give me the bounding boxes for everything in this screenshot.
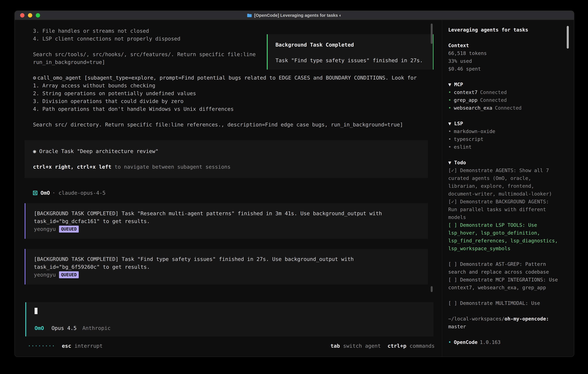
agent-header: OmO · claude-opus-4-5 [25,189,428,197]
todo-item: [ ] Demonstrate MULTIMODAL: Use [448,299,558,307]
tool-call-item: 1. Array access without bounds checking [25,82,428,90]
lsp-item: •typescript [448,135,558,143]
esc-key-label: interrupt [74,343,103,349]
workspace-path: ~/local-workspaces/oh-my-opencode: [448,315,558,323]
main-scrollbar-thumb[interactable] [431,24,433,44]
titlebar: [OpenCode] Leveraging agents for tasks ◐ [15,11,574,20]
prompt-input[interactable]: OmO Opus 4.5 Anthropic [25,302,433,336]
todo-item: [ ] Demonstrate LSP TOOLS: Use lsp_hover… [448,221,558,252]
mcp-name: grep_app [454,97,477,103]
main-scrollbar-thumb[interactable] [431,286,433,292]
status-dot-icon: • [448,339,451,345]
lsp-name: eslint [454,144,472,150]
context-used: 33% used [448,57,558,65]
todo-section-heading[interactable]: ▼ Todo [448,159,558,166]
lsp-item: •markdown-oxide [448,127,558,135]
mcp-status: Connected [480,97,507,103]
traffic-lights [20,11,40,20]
hint-text: to navigate between subagent sessions [111,164,231,170]
message-author: yeongyu [34,225,56,233]
message-author: yeongyu [34,271,56,279]
window-title: [OpenCode] Leveraging agents for tasks ◐ [254,13,342,18]
gear-icon: ⚙ [33,75,36,81]
sidebar: Leveraging agents for tasks Context 66,5… [442,20,574,357]
mcp-status: Connected [495,105,522,111]
hint-keys: ctrl+x right, ctrl+x left [33,164,111,170]
tool-call-item: 2. String operations on potentially unde… [25,90,428,97]
todo-item: [✓] Demonstrate BACKGROUND AGENTS: Run p… [448,198,558,221]
active-agent-label: OmO [35,324,44,332]
message-text: task_id="bg_dcfac161" to get results. [34,217,420,225]
provider-label: Anthropic [82,324,111,332]
main-column: 3. File handles or streams not closed 4.… [15,20,442,357]
text-cursor [35,308,37,314]
status-dot-icon: • [448,128,451,134]
scrollback-line: 3. File handles or streams not closed [25,27,428,35]
sidebar-scrollbar-thumb[interactable] [567,26,569,49]
minimize-button[interactable] [28,13,32,18]
background-task-toast[interactable]: Background Task Completed Task "Find typ… [267,34,433,70]
spinner-dots-icon: ········ [28,343,55,349]
mcp-item: •grep_appConnected [448,96,558,104]
message-meta: yeongyu QUEUED [34,271,420,279]
agent-model: · claude-opus-4-5 [52,189,105,197]
todo-item: [✓] Demonstrate AGENTS: Show all 7 curat… [448,166,558,198]
app-version: 1.0.163 [480,339,501,345]
zoom-button[interactable] [36,13,40,18]
mcp-section-heading[interactable]: ▼ MCP [448,81,558,88]
tool-call-footer: Search src/ directory. Return specific f… [25,121,428,129]
lsp-item: •eslint [448,143,558,151]
oracle-task-panel: ◉ Oracle Task "Deep architecture review"… [25,140,428,178]
version-row: •OpenCode1.0.163 [448,338,558,346]
oracle-task-title: ◉ Oracle Task "Deep architecture review" [33,147,420,155]
todo-item: [ ] Demonstrate MCP INTEGRATIONS: Use co… [448,276,558,291]
tool-call-header: ⚙call_omo_agent [subagent_type=explore, … [25,74,428,82]
toast-body: Task "Find type safety issues" finished … [275,57,425,64]
status-dot-icon: • [448,144,451,150]
mcp-status: Connected [480,89,507,95]
mcp-item: •websearch_exaConnected [448,104,558,112]
tool-call-item: 3. Division operations that could divide… [25,97,428,105]
agent-name: OmO [41,189,50,197]
tool-call-item: 4. Path operations that don't handle Win… [25,105,428,113]
workspace-dir: ~/local-workspaces/ [448,316,504,322]
lsp-name: typescript [454,136,483,142]
statusbar: ········ esc interrupt tab switch agent … [15,336,442,355]
tool-call-text: call_omo_agent [subagent_type=explore, p… [37,75,417,81]
agent-square-icon [33,191,37,195]
commands-key-label: commands [410,343,435,349]
workspace-repo: oh-my-opencode: [504,316,549,322]
lsp-name: markdown-oxide [454,128,495,134]
tab-key-hint: tab [330,343,340,349]
message-card: [BACKGROUND TASK COMPLETED] Task "Resear… [25,203,428,239]
message-text: task_id="bg_6f59260c" to get results. [34,263,420,271]
status-dot-icon: • [448,105,451,111]
workspace-branch: master [448,323,558,331]
status-dot-icon: • [448,97,451,103]
todo-item: [ ] Demonstrate AST-GREP: Pattern search… [448,260,558,276]
status-dot-icon: • [448,89,451,95]
message-text: [BACKGROUND TASK COMPLETED] Task "Resear… [34,209,420,217]
message-meta: yeongyu QUEUED [34,225,420,233]
conversation-scroll-area: 3. File handles or streams not closed 4.… [15,20,442,295]
prompt-meta: OmO Opus 4.5 Anthropic [35,324,425,332]
window-title-area: [OpenCode] Leveraging agents for tasks ◐ [247,13,342,18]
mcp-name: websearch_exa [454,105,492,111]
session-title: Leveraging agents for tasks [448,26,558,34]
status-dot-icon: • [448,136,451,142]
terminal-window: [OpenCode] Leveraging agents for tasks ◐… [14,10,574,357]
context-spent: $0.46 spent [448,65,558,73]
lsp-section-heading[interactable]: ▼ LSP [448,120,558,127]
message-text: [BACKGROUND TASK COMPLETED] Task "Find t… [34,255,420,263]
close-button[interactable] [20,13,24,18]
message-card: [BACKGROUND TASK COMPLETED] Task "Find t… [25,249,428,284]
app-name: OpenCode [454,339,477,345]
status-badge: QUEUED [59,226,79,233]
subagent-nav-hint: ctrl+x right, ctrl+x left to navigate be… [33,163,420,171]
tab-key-label: switch agent [343,343,381,349]
active-model-label: Opus 4.5 [52,324,76,332]
mcp-item: •context7Connected [448,88,558,96]
mcp-name: context7 [454,89,477,95]
toast-title: Background Task Completed [275,41,425,49]
esc-key-hint: esc [62,343,71,349]
